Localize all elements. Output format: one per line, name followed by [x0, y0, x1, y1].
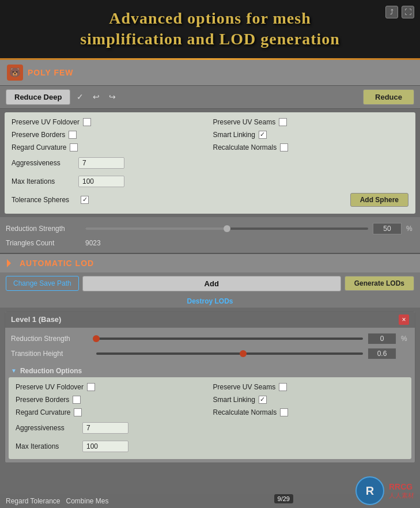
poly-few-section-header: 🐻 POLY FEW	[0, 60, 420, 86]
reduction-strength-unit: %	[406, 225, 414, 233]
watermark: R RRCG 人人素材	[355, 476, 414, 505]
level-title: Level 1 (Base)	[11, 315, 61, 324]
max-iterations-label: Max Iterations	[12, 177, 75, 185]
level-1-card: Level 1 (Base) × Reduction Strength 0 % …	[5, 311, 415, 463]
redo-icon[interactable]: ↪	[106, 90, 119, 103]
smart-linking-checkbox[interactable]	[259, 131, 267, 139]
check-icon[interactable]: ✓	[74, 90, 86, 103]
nested-preserve-uv-seams-label: Preserve UV Seams	[213, 383, 276, 391]
level-reduction-strength-row: Reduction Strength 0 %	[11, 331, 409, 346]
nested-recalculate-normals-label: Recalculate Normals	[213, 408, 277, 416]
tolerance-checkbox[interactable]	[81, 196, 89, 204]
preserve-uv-seams-checkbox[interactable]	[279, 118, 287, 126]
poly-few-title: POLY FEW	[28, 68, 74, 77]
aggressiveness-input[interactable]	[78, 157, 124, 169]
nested-preserve-uv-seams-checkbox[interactable]	[279, 383, 287, 391]
options-grid: Preserve UV Foldover Preserve UV Seams P…	[12, 117, 408, 153]
regard-curvature-checkbox[interactable]	[70, 143, 78, 151]
reduction-strength-row: Reduction Strength 50 %	[6, 221, 414, 237]
preserve-uv-foldover-checkbox[interactable]	[83, 118, 91, 126]
expand-icon: ⛶	[404, 8, 411, 16]
regard-curvature-label: Regard Curvature	[12, 143, 66, 151]
reduction-options-label: Reduction Options	[20, 367, 82, 375]
preserve-borders-checkbox[interactable]	[69, 131, 77, 139]
reduction-options-toggle[interactable]: ▼ Reduction Options	[5, 365, 415, 377]
level-transition-height-value: 0.6	[368, 348, 396, 359]
triangles-count-label: Triangles Count	[6, 239, 81, 247]
nested-preserve-borders-checkbox[interactable]	[73, 396, 81, 404]
level-transition-height-track[interactable]	[96, 352, 363, 355]
nested-regard-curvature-row: Regard Curvature	[16, 407, 207, 418]
nested-aggressiveness-row: Aggressiveness	[16, 420, 404, 436]
add-button[interactable]: Add	[82, 276, 341, 291]
level-reduction-strength-unit: %	[401, 335, 409, 343]
nested-options-grid: Preserve UV Foldover Preserve UV Seams P…	[16, 382, 404, 418]
level-sliders: Reduction Strength 0 % Transition Height…	[5, 328, 415, 365]
nested-aggressiveness-input[interactable]	[82, 422, 128, 434]
reduce-deep-button[interactable]: Reduce Deep	[6, 89, 70, 105]
header-icons: ⤴ ⛶	[385, 6, 414, 18]
options-panel: Preserve UV Foldover Preserve UV Seams P…	[5, 112, 415, 214]
watermark-logo: R	[355, 476, 384, 505]
recalculate-normals-checkbox[interactable]	[280, 143, 288, 151]
auto-lod-header: AUTOMATIC LOD	[0, 253, 420, 272]
triangles-count-row: Triangles Count 9023	[6, 237, 414, 249]
destroy-lods-button[interactable]: Destroy LODs	[187, 297, 233, 305]
nested-options-panel: Preserve UV Foldover Preserve UV Seams P…	[9, 377, 411, 459]
level-card-header: Level 1 (Base) ×	[5, 312, 415, 328]
lod-triangle-icon	[7, 259, 15, 267]
header: Advanced options for mesh simplification…	[0, 0, 420, 58]
reduction-strength-value: 50	[373, 223, 402, 234]
preserve-uv-seams-row: Preserve UV Seams	[213, 117, 409, 127]
regard-curvature-row: Regard Curvature	[12, 142, 207, 153]
nested-recalculate-normals-checkbox[interactable]	[280, 408, 288, 416]
nested-preserve-uv-foldover-checkbox[interactable]	[87, 383, 95, 391]
nested-max-iterations-label: Max Iterations	[16, 442, 79, 450]
triangles-count-value: 9023	[85, 239, 101, 247]
recalculate-normals-label: Recalculate Normals	[213, 143, 277, 151]
tolerance-label: Tolerance Spheres	[12, 196, 75, 204]
nested-aggressiveness-label: Aggressiveness	[16, 424, 79, 432]
undo-icon[interactable]: ↩	[90, 90, 103, 103]
lod-toolbar: Change Save Path Add Generate LODs	[0, 272, 420, 295]
max-iterations-input[interactable]	[78, 176, 124, 187]
share-icon: ⤴	[390, 8, 393, 16]
reduction-strength-track[interactable]	[85, 228, 368, 230]
slider-section: Reduction Strength 50 % Triangles Count …	[0, 217, 420, 253]
nested-preserve-borders-label: Preserve Borders	[16, 396, 69, 404]
generate-lods-button[interactable]: Generate LODs	[345, 276, 414, 291]
level-transition-height-label: Transition Height	[11, 350, 92, 358]
destroy-lods-row: Destroy LODs	[0, 295, 420, 308]
triangle-down-icon: ▼	[11, 367, 17, 374]
nested-preserve-borders-row: Preserve Borders	[16, 395, 207, 405]
reduction-strength-label: Reduction Strength	[6, 225, 81, 233]
share-icon-btn[interactable]: ⤴	[385, 6, 398, 18]
tolerance-row: Tolerance Spheres Add Sphere	[12, 191, 408, 209]
nested-preserve-uv-seams-row: Preserve UV Seams	[213, 382, 405, 392]
nested-max-iterations-input[interactable]	[82, 441, 128, 452]
max-iterations-row: Max Iterations	[12, 173, 408, 189]
toolbar-row: Reduce Deep ✓ ↩ ↪ Reduce	[0, 86, 420, 109]
expand-icon-btn[interactable]: ⛶	[402, 6, 414, 18]
change-save-path-button[interactable]: Change Save Path	[6, 276, 79, 291]
level-reduction-strength-label: Reduction Strength	[11, 335, 92, 343]
reduce-button[interactable]: Reduce	[363, 89, 414, 105]
aggressiveness-row: Aggressiveness	[12, 155, 408, 171]
level-reduction-strength-track[interactable]	[96, 338, 363, 340]
add-sphere-button[interactable]: Add Sphere	[350, 193, 408, 207]
close-card-button[interactable]: ×	[399, 314, 409, 325]
level-transition-height-row: Transition Height 0.6	[11, 346, 409, 361]
preserve-uv-foldover-label: Preserve UV Foldover	[12, 118, 80, 126]
header-title: Advanced options for mesh simplification…	[6, 8, 414, 50]
auto-lod-title: AUTOMATIC LOD	[20, 259, 94, 268]
nested-smart-linking-checkbox[interactable]	[259, 396, 267, 404]
combine-mesh-label: Combine Mes	[66, 497, 109, 505]
nested-preserve-uv-foldover-row: Preserve UV Foldover	[16, 382, 207, 392]
nested-max-iterations-row: Max Iterations	[16, 438, 404, 454]
nested-regard-curvature-checkbox[interactable]	[74, 408, 82, 416]
preserve-borders-row: Preserve Borders	[12, 130, 207, 140]
regard-tolerance-label: Regard Tolerance	[6, 497, 60, 505]
watermark-text: RRCG 人人素材	[389, 482, 414, 500]
nested-recalculate-normals-row: Recalculate Normals	[213, 407, 405, 418]
nested-smart-linking-row: Smart Linking	[213, 395, 405, 405]
